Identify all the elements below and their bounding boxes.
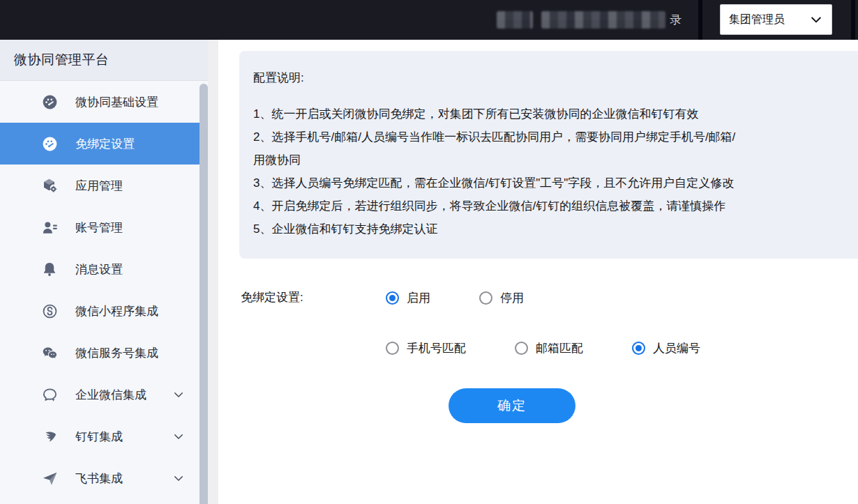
unbind-setting-label: 免绑定设置: [241, 291, 303, 305]
sidebar-scrollbar-thumb[interactable] [200, 84, 208, 504]
topbar-divider-right [851, 0, 855, 40]
redacted-username-suffix: 录 [670, 12, 682, 28]
app-title: 微协同管理平台 [0, 40, 208, 81]
chevron-down-icon [809, 13, 823, 26]
radio-label: 手机号匹配 [407, 340, 466, 356]
confirm-button[interactable]: 确定 [449, 388, 575, 423]
sidebar-item-account-management[interactable]: 账号管理 [0, 206, 200, 248]
match-option-2[interactable]: 人员编号 [632, 340, 700, 356]
dashboard-icon [40, 135, 59, 153]
sidebar-item-label: 微协同基础设置 [75, 94, 158, 110]
sidebar: 微协同管理平台 微协同基础设置免绑定设置应用管理账号管理消息设置微信小程序集成微… [0, 40, 218, 504]
sidebar-item-app-management[interactable]: 应用管理 [0, 165, 200, 206]
sidebar-item-wechat-service-account-integration[interactable]: 微信服务号集成 [0, 332, 200, 374]
sidebar-item-wechat-miniprogram-integration[interactable]: 微信小程序集成 [0, 290, 200, 332]
match-option-1[interactable]: 邮箱匹配 [515, 340, 583, 356]
feishu-icon [40, 469, 59, 487]
notice-line: 3、选择人员编号免绑定匹配，需在企业微信/钉钉设置"工号"字段，且不允许用户自定… [253, 171, 858, 194]
dashboard-icon [40, 93, 59, 111]
radio-icon [632, 342, 645, 355]
app-cube-icon [40, 176, 59, 194]
match-option-0[interactable]: 手机号匹配 [386, 340, 466, 356]
notice-title: 配置说明: [253, 70, 858, 86]
sidebar-item-wecollab-basic-settings[interactable]: 微协同基础设置 [0, 81, 200, 123]
radio-label: 停用 [500, 290, 524, 306]
config-notice-panel: 配置说明: 1、统一开启或关闭微协同免绑定，对集团下所有已安装微协同的企业微信和… [239, 51, 858, 259]
chevron-down-icon [172, 472, 185, 484]
sidebar-item-label: 钉钉集成 [75, 429, 123, 445]
match-radio-group: 手机号匹配邮箱匹配人员编号 [386, 338, 700, 358]
enable-radio-group: 启用停用 [386, 288, 524, 307]
radio-icon [386, 342, 399, 355]
notice-line: 4、开启免绑定后，若进行组织同步，将导致企业微信/钉钉的组织信息被覆盖，请谨慎操… [253, 194, 858, 217]
sidebar-item-feishu-integration[interactable]: 飞书集成 [0, 457, 200, 499]
notice-lines: 1、统一开启或关闭微协同免绑定，对集团下所有已安装微协同的企业微信和钉钉有效2、… [253, 102, 858, 240]
redacted-username: 录 [497, 0, 682, 40]
redaction-mosaic [541, 11, 665, 29]
account-icon [40, 218, 59, 236]
topbar-divider [698, 0, 702, 40]
topbar: 录 集团管理员 [0, 0, 858, 40]
sidebar-menu: 微协同基础设置免绑定设置应用管理账号管理消息设置微信小程序集成微信服务号集成企业… [0, 81, 200, 499]
sidebar-item-label: 账号管理 [75, 220, 123, 236]
sidebar-item-label: 企业微信集成 [75, 387, 146, 403]
chevron-down-icon [172, 430, 185, 443]
role-select-value: 集团管理员 [729, 13, 785, 27]
sidebar-item-dingtalk-integration[interactable]: 钉钉集成 [0, 415, 200, 457]
radio-label: 人员编号 [653, 340, 700, 356]
enable-option-1[interactable]: 停用 [479, 290, 524, 306]
sidebar-item-wework-integration[interactable]: 企业微信集成 [0, 374, 200, 415]
sidebar-item-label: 微信服务号集成 [75, 345, 158, 361]
sidebar-item-label: 应用管理 [75, 178, 123, 194]
wechat-icon [40, 344, 59, 362]
radio-icon [479, 291, 492, 305]
radio-icon [386, 291, 399, 305]
sidebar-item-label: 飞书集成 [75, 471, 123, 487]
main-content: 配置说明: 1、统一开启或关闭微协同免绑定，对集团下所有已安装微协同的企业微信和… [218, 40, 858, 504]
role-select-dropdown[interactable]: 集团管理员 [720, 4, 832, 35]
sidebar-item-label: 微信小程序集成 [75, 303, 158, 319]
radio-label: 启用 [407, 290, 430, 306]
chevron-down-icon [172, 388, 185, 401]
radio-label: 邮箱匹配 [536, 340, 583, 356]
redaction-mosaic [497, 11, 533, 29]
sidebar-item-message-settings[interactable]: 消息设置 [0, 248, 200, 290]
notice-line: 2、选择手机号/邮箱/人员编号当作唯一标识去匹配协同用户，需要协同用户绑定手机号… [253, 125, 858, 148]
sidebar-item-label: 免绑定设置 [75, 136, 135, 152]
wework-icon [40, 385, 59, 404]
bell-icon [40, 260, 59, 278]
miniprogram-icon [40, 302, 59, 320]
notice-line: 用微协同 [253, 148, 858, 171]
radio-icon [515, 342, 528, 355]
sidebar-item-unbind-settings[interactable]: 免绑定设置 [0, 123, 200, 165]
sidebar-item-label: 消息设置 [75, 261, 123, 277]
notice-line: 5、企业微信和钉钉支持免绑定认证 [253, 217, 858, 240]
enable-option-0[interactable]: 启用 [386, 290, 430, 306]
dingtalk-icon [40, 427, 59, 445]
notice-line: 1、统一开启或关闭微协同免绑定，对集团下所有已安装微协同的企业微信和钉钉有效 [253, 102, 858, 125]
sidebar-scrollbar-track [208, 40, 218, 504]
